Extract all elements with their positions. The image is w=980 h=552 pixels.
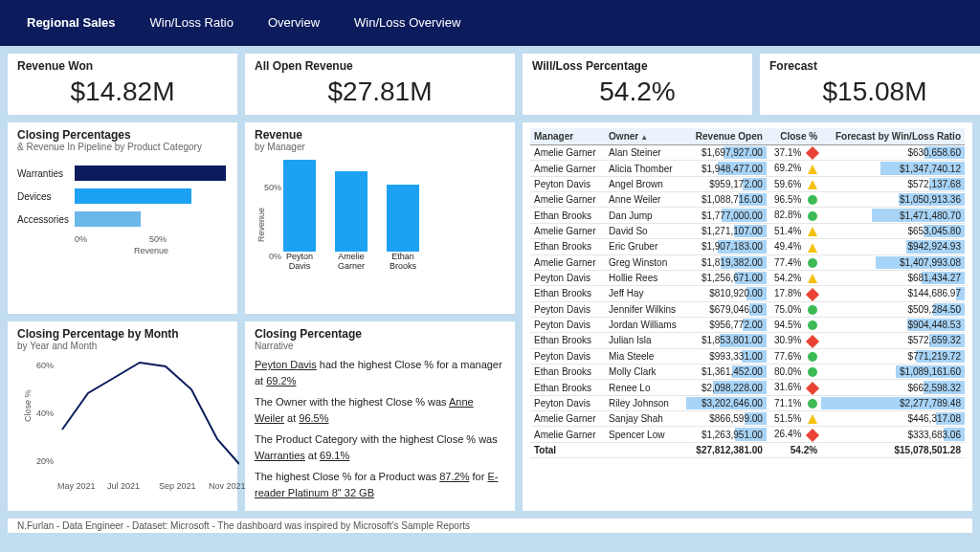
bar-warranties xyxy=(75,166,226,181)
x-tick: Jul 2021 xyxy=(107,481,140,491)
status-grn-icon xyxy=(808,258,817,268)
table-row[interactable]: Amelie GarnerSanjay Shah$866,599.0051.5%… xyxy=(530,411,965,427)
chart-revenue-by-manager[interactable]: Revenue by Manager Revenue 50% 0% Peyton… xyxy=(245,122,515,314)
table-row[interactable]: Ethan BrooksDan Jump$1,777,000.0082.8% $… xyxy=(530,208,965,223)
category-label: Amelie Garner xyxy=(335,252,368,271)
narrative-closing-percentage: Closing Percentage Narrative Peyton Davi… xyxy=(245,321,515,511)
status-yel-icon xyxy=(808,180,817,189)
chart-title: Closing Percentage by Month xyxy=(17,327,228,341)
table-row[interactable]: Peyton DavisMia Steele$993,331.0077.6% $… xyxy=(530,348,965,364)
kpi-value: 54.2% xyxy=(532,73,743,109)
link-value[interactable]: 69.2% xyxy=(266,375,296,386)
status-yel-icon xyxy=(808,227,817,236)
table-total-row: Total $27,812,381.00 54.2% $15,078,501.2… xyxy=(530,442,965,457)
status-grn-icon xyxy=(808,320,817,330)
y-axis-label: Close % xyxy=(23,389,33,422)
kpi-title: Revenue Won xyxy=(17,59,228,73)
table-row[interactable]: Peyton DavisHollie Rees$1,256,671.0054.2… xyxy=(530,270,965,285)
status-yel-icon xyxy=(808,274,817,283)
narrative-subtitle: Narrative xyxy=(255,341,505,351)
bar-devices xyxy=(75,188,191,204)
table-row[interactable]: Amelie GarnerGreg Winston$1,819,382.0077… xyxy=(530,254,965,270)
bar-peyton-davis xyxy=(283,160,316,252)
table-manager-owner[interactable]: Manager Owner▲ Revenue Open Close % Fore… xyxy=(523,122,972,511)
status-grn-icon xyxy=(808,305,817,315)
table-row[interactable]: Peyton DavisAngel Brown$959,172.0059.6% … xyxy=(530,176,965,191)
kpi-forecast[interactable]: Forecast $15.08M xyxy=(760,54,980,115)
status-grn-icon xyxy=(808,211,817,221)
col-manager[interactable]: Manager xyxy=(530,128,605,145)
kpi-value: $27.81M xyxy=(255,73,505,109)
y-tick: 0% xyxy=(255,252,281,261)
footer-text: N.Furlan - Data Engineer - Dataset: Micr… xyxy=(8,519,972,533)
table-row[interactable]: Amelie GarnerAlicia Thomber$1,948,477.00… xyxy=(530,161,965,176)
chart-subtitle: by Manager xyxy=(255,142,505,152)
table-row[interactable]: Peyton DavisRiley Johnson$3,202,646.0071… xyxy=(530,395,965,410)
status-red-icon xyxy=(806,146,819,160)
col-close-pct[interactable]: Close % xyxy=(767,128,821,145)
status-grn-icon xyxy=(808,352,817,362)
status-grn-icon xyxy=(808,195,817,205)
link-value[interactable]: 69.1% xyxy=(320,450,349,461)
table-row[interactable]: Amelie GarnerSpencer Low$1,263,951.0026.… xyxy=(530,427,965,442)
kpi-all-open-revenue[interactable]: All Open Revenue $27.81M xyxy=(245,54,515,115)
table-row[interactable]: Ethan BrooksRenee Lo$2,098,228.0031.6% $… xyxy=(530,380,965,395)
link-peyton-davis[interactable]: Peyton Davis xyxy=(255,359,317,370)
x-tick: Sep 2021 xyxy=(159,481,196,491)
tab-winloss-ratio[interactable]: Win/Loss Ratio xyxy=(132,0,250,46)
kpi-value: $14.82M xyxy=(17,73,228,109)
table-row[interactable]: Peyton DavisJordan Williams$956,772.0094… xyxy=(530,317,965,332)
kpi-winloss-percentage[interactable]: Will/Loss Percentage 54.2% xyxy=(523,54,752,115)
category-label: Peyton Davis xyxy=(283,252,316,271)
x-tick: 0% xyxy=(75,234,87,244)
y-tick: 50% xyxy=(255,183,281,192)
table-row[interactable]: Amelie GarnerAnne Weiler$1,088,716.0096.… xyxy=(530,192,965,208)
table-row[interactable]: Peyton DavisJennifer Wilkins$679,046.007… xyxy=(530,301,965,317)
status-red-icon xyxy=(806,429,819,442)
y-tick: 60% xyxy=(36,361,54,370)
status-yel-icon xyxy=(808,414,817,424)
status-grn-icon xyxy=(808,399,817,408)
tab-overview[interactable]: Overview xyxy=(251,0,337,46)
kpi-title: All Open Revenue xyxy=(255,59,505,73)
link-warranties[interactable]: Warranties xyxy=(255,450,305,461)
chart-title: Closing Percentages xyxy=(17,128,228,142)
y-axis-label: Revenue xyxy=(256,208,266,242)
narrative-line: The Owner with the highest Close % was A… xyxy=(255,394,505,426)
narrative-line: The Product Category with the highest Cl… xyxy=(255,431,505,463)
table-row[interactable]: Amelie GarnerAlan Steiner$1,697,927.0037… xyxy=(530,145,965,161)
tab-regional-sales[interactable]: Regional Sales xyxy=(10,0,132,46)
kpi-revenue-won[interactable]: Revenue Won $14.82M xyxy=(8,54,237,115)
chart-closing-by-month[interactable]: Closing Percentage by Month by Year and … xyxy=(8,321,237,511)
col-revenue-open[interactable]: Revenue Open xyxy=(686,128,767,145)
x-tick: 50% xyxy=(149,234,167,244)
tab-winloss-overview[interactable]: Win/Loss Overview xyxy=(337,0,478,46)
status-yel-icon xyxy=(808,165,817,174)
table-row[interactable]: Amelie GarnerDavid So$1,271,107.0051.4% … xyxy=(530,223,965,238)
kpi-title: Will/Loss Percentage xyxy=(532,59,743,73)
x-tick: May 2021 xyxy=(57,481,96,491)
kpi-value: $15.08M xyxy=(769,73,980,109)
top-nav: Regional Sales Win/Loss Ratio Overview W… xyxy=(0,0,980,46)
table-row[interactable]: Ethan BrooksEric Gruber$1,907,183.0049.4… xyxy=(530,239,965,254)
table-row[interactable]: Ethan BrooksJulian Isla$1,853,801.0030.9… xyxy=(530,333,965,348)
category-label: Accessories xyxy=(17,214,75,225)
link-value[interactable]: 87.2% xyxy=(439,471,469,482)
bar-ethan-brooks xyxy=(387,185,419,252)
col-forecast[interactable]: Forecast by Win/Loss Ratio xyxy=(821,128,965,145)
table-row[interactable]: Ethan BrooksJeff Hay$810,920.0017.8% $14… xyxy=(530,286,965,301)
chart-closing-percentages[interactable]: Closing Percentages & Revenue In Pipelin… xyxy=(8,122,237,314)
col-owner[interactable]: Owner▲ xyxy=(605,128,686,145)
table-row[interactable]: Ethan BrooksMolly Clark$1,361,452.0080.0… xyxy=(530,364,965,380)
y-tick: 20% xyxy=(36,456,54,466)
y-tick: 40% xyxy=(36,408,54,418)
kpi-title: Forecast xyxy=(769,59,980,73)
bar-amelie-garner xyxy=(335,171,368,252)
narrative-line: Peyton Davis had the highest Close % for… xyxy=(255,357,505,388)
link-value[interactable]: 96.5% xyxy=(299,412,328,424)
category-label: Ethan Brooks xyxy=(387,252,419,271)
narrative-title: Closing Percentage xyxy=(255,327,505,341)
chart-subtitle: by Year and Month xyxy=(17,341,228,351)
category-label: Devices xyxy=(17,191,75,202)
status-grn-icon xyxy=(808,367,817,377)
